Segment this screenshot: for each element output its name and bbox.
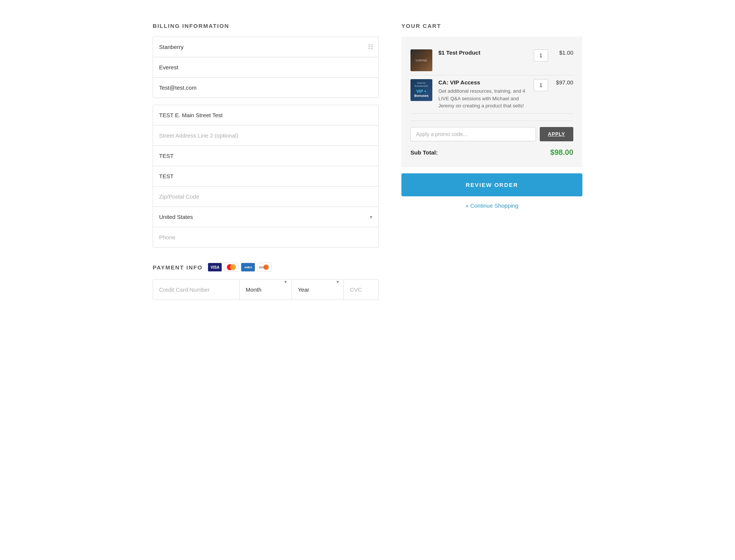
cvc-field[interactable]: [344, 280, 378, 300]
address1-input[interactable]: [153, 105, 378, 125]
subtotal-row: Sub Total: $98.00: [410, 141, 573, 158]
card-icons: VISA AMEX DISC: [208, 263, 272, 272]
address2-input[interactable]: [153, 125, 378, 145]
cart-section: YOUR CART $1 Test Product 1 $1.00 Course…: [401, 23, 582, 300]
cvc-input[interactable]: [344, 280, 378, 300]
year-select[interactable]: Year 2024 2025 2026 2027 2028 2029: [292, 280, 343, 300]
svg-point-1: [230, 264, 236, 270]
first-name-field[interactable]: [153, 57, 378, 78]
payment-title: PAYMENT INFO: [153, 264, 202, 271]
address1-field[interactable]: [153, 105, 378, 125]
product-2-price: $97.00: [553, 79, 573, 86]
country-field[interactable]: United States Canada United Kingdom ▼: [153, 207, 378, 227]
product-1-details: $1 Test Product: [438, 49, 528, 58]
amex-icon: AMEX: [241, 263, 255, 272]
product-1-thumbnail: [410, 49, 432, 71]
cart-item-1: $1 Test Product 1 $1.00: [410, 46, 573, 75]
product-2-qty[interactable]: 1: [534, 79, 548, 91]
product-1-name: $1 Test Product: [438, 49, 528, 56]
month-select[interactable]: Month 01 02 03 04 05 06 07 08 09 10 11 1…: [240, 280, 291, 300]
cc-number-field[interactable]: [153, 280, 240, 300]
product-2-name: CA: VIP Access: [438, 79, 528, 86]
cc-number-input[interactable]: [153, 280, 239, 300]
mastercard-icon: [224, 263, 239, 272]
month-field[interactable]: Month 01 02 03 04 05 06 07 08 09 10 11 1…: [240, 280, 292, 300]
apply-promo-button[interactable]: APPLY: [540, 127, 573, 141]
payment-header: PAYMENT INFO VISA AMEX DI: [153, 263, 379, 272]
svg-text:DISC: DISC: [259, 266, 265, 269]
zip-field[interactable]: [153, 187, 378, 207]
continue-shopping-link[interactable]: « Continue Shopping: [401, 202, 582, 209]
personal-info-group: ☷: [153, 37, 379, 98]
product-2-thumbnail: CourseAccelerator VIP + Bonuses: [410, 79, 432, 101]
billing-section: BILLING INFORMATION ☷: [153, 23, 379, 300]
zip-input[interactable]: [153, 187, 378, 207]
review-order-button[interactable]: REVIEW ORDER: [401, 173, 582, 196]
discover-icon: DISC: [257, 263, 272, 272]
last-name-input[interactable]: [153, 37, 378, 57]
visa-icon: VISA: [208, 263, 222, 272]
cart-box: $1 Test Product 1 $1.00 CourseAccelerato…: [401, 37, 582, 167]
city-input[interactable]: [153, 146, 378, 166]
product-1-price: $1.00: [553, 49, 573, 56]
state-input[interactable]: [153, 166, 378, 186]
last-name-field[interactable]: ☷: [153, 37, 378, 57]
product-1-qty-price: 1 $1.00: [534, 49, 573, 61]
year-field[interactable]: Year 2024 2025 2026 2027 2028 2029 ▼: [292, 280, 344, 300]
email-input[interactable]: [153, 78, 378, 98]
city-field[interactable]: [153, 146, 378, 166]
phone-input[interactable]: [153, 227, 378, 247]
state-field[interactable]: [153, 166, 378, 187]
product-2-qty-price: 1 $97.00: [534, 79, 573, 91]
subtotal-amount: $98.00: [550, 148, 573, 157]
country-select[interactable]: United States Canada United Kingdom: [153, 207, 378, 227]
phone-field[interactable]: [153, 227, 378, 247]
promo-input[interactable]: [410, 127, 536, 141]
subtotal-label: Sub Total:: [410, 149, 438, 156]
email-field[interactable]: [153, 78, 378, 98]
product-2-description: Get additional resources, training, and …: [438, 87, 528, 110]
promo-row: APPLY: [410, 121, 573, 141]
cart-item-2: CourseAccelerator VIP + Bonuses CA: VIP …: [410, 75, 573, 114]
product-2-details: CA: VIP Access Get additional resources,…: [438, 79, 528, 110]
product-1-qty[interactable]: 1: [534, 49, 548, 61]
payment-form-row: Month 01 02 03 04 05 06 07 08 09 10 11 1…: [153, 279, 379, 300]
address2-field[interactable]: [153, 125, 378, 146]
payment-section: PAYMENT INFO VISA AMEX DI: [153, 263, 379, 300]
billing-title: BILLING INFORMATION: [153, 23, 379, 29]
address-group: United States Canada United Kingdom ▼: [153, 105, 379, 248]
cart-title: YOUR CART: [401, 23, 582, 29]
first-name-input[interactable]: [153, 57, 378, 77]
